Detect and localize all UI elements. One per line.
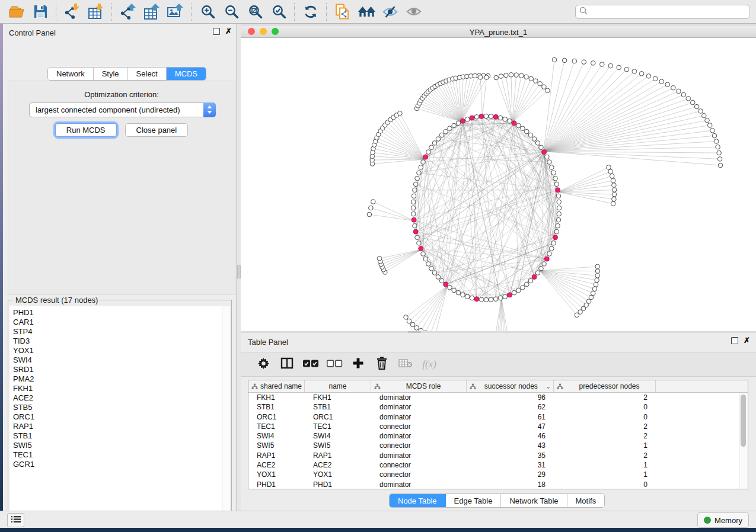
cell-MCDS-role[interactable]: connector xyxy=(371,470,467,479)
table-row[interactable]: RAP1RAP1dominator352 xyxy=(248,451,748,460)
table-row[interactable]: STB1STB1dominator620 xyxy=(248,402,748,412)
mcds-result-item[interactable]: SWI5 xyxy=(13,441,222,450)
mcds-result-item[interactable]: STB5 xyxy=(13,403,222,412)
cell-MCDS-role[interactable]: dominator xyxy=(371,451,467,460)
open-button[interactable] xyxy=(5,2,28,22)
clone-network-button[interactable] xyxy=(331,2,355,22)
column-header-predecessor-nodes[interactable]: predecessor nodes xyxy=(554,380,656,392)
save-button[interactable] xyxy=(28,2,52,22)
mcds-result-item[interactable]: TID3 xyxy=(13,336,222,346)
float-table-panel-icon[interactable] xyxy=(731,337,738,344)
cell-name[interactable]: SWI5 xyxy=(305,441,371,450)
run-mcds-button[interactable]: Run MCDS xyxy=(55,123,117,137)
gear-button[interactable] xyxy=(251,355,275,374)
zoom-selected-button[interactable] xyxy=(267,2,291,22)
mcds-result-item[interactable]: FKH1 xyxy=(13,384,222,393)
show-all-button[interactable] xyxy=(402,2,426,22)
tab-select[interactable]: Select xyxy=(128,68,167,80)
cell-name[interactable]: ACE2 xyxy=(305,460,371,470)
columns-button[interactable] xyxy=(275,355,299,374)
mcds-result-item[interactable]: STB1 xyxy=(13,431,222,441)
network-canvas[interactable] xyxy=(241,38,756,331)
import-network-button[interactable] xyxy=(60,2,84,22)
cell-successor-nodes[interactable]: 47 xyxy=(467,422,554,431)
mcds-result-item[interactable]: STP4 xyxy=(13,327,222,336)
import-table-button[interactable] xyxy=(84,2,108,22)
mcds-result-item[interactable]: CAR1 xyxy=(13,318,222,327)
table-row[interactable]: PHD1PHD1dominator180 xyxy=(248,480,748,489)
table-row[interactable]: SWI4SWI4dominator462 xyxy=(248,431,748,441)
cell-name[interactable]: SWI4 xyxy=(305,431,371,441)
cell-MCDS-role[interactable]: dominator xyxy=(371,412,467,422)
cell-predecessor-nodes[interactable]: 1 xyxy=(554,441,656,450)
mcds-result-item[interactable]: SWI4 xyxy=(13,355,222,365)
table-row[interactable]: TEC1TEC1connector472 xyxy=(248,422,748,431)
cell-successor-nodes[interactable]: 31 xyxy=(467,460,554,470)
table-scrollbar-thumb[interactable] xyxy=(741,395,746,447)
mcds-list-scrollbar[interactable] xyxy=(222,306,230,520)
mcds-result-item[interactable]: YOX1 xyxy=(13,346,222,355)
cell-MCDS-role[interactable]: dominator xyxy=(371,402,467,412)
cell-name[interactable]: STB1 xyxy=(305,402,371,412)
export-image-button[interactable] xyxy=(164,2,187,22)
mcds-result-item[interactable]: ACE2 xyxy=(13,393,222,403)
cell-predecessor-nodes[interactable]: 2 xyxy=(554,431,656,441)
column-header-successor-nodes[interactable]: successor nodes⌄ xyxy=(467,380,554,392)
cell-successor-nodes[interactable]: 18 xyxy=(467,480,554,489)
close-table-panel-icon[interactable]: ✗ xyxy=(744,338,750,344)
tab-node-table[interactable]: Node Table xyxy=(390,494,446,507)
tab-style[interactable]: Style xyxy=(94,68,128,80)
cell-successor-nodes[interactable]: 43 xyxy=(467,441,554,450)
cell-name[interactable]: YOX1 xyxy=(305,470,371,479)
memory-button[interactable]: Memory xyxy=(697,512,749,528)
refresh-button[interactable] xyxy=(299,2,323,22)
column-header-name[interactable]: name xyxy=(305,380,371,392)
table-row[interactable]: ACE2ACE2connector311 xyxy=(248,460,748,470)
cell-successor-nodes[interactable]: 61 xyxy=(467,412,554,422)
table-scrollbar[interactable] xyxy=(739,393,748,489)
cell-predecessor-nodes[interactable]: 0 xyxy=(554,480,656,489)
cell-name[interactable]: RAP1 xyxy=(305,451,371,460)
cell-MCDS-role[interactable]: connector xyxy=(371,422,467,431)
cell-predecessor-nodes[interactable]: 0 xyxy=(554,402,656,412)
export-table-button[interactable] xyxy=(140,2,164,22)
tab-network[interactable]: Network xyxy=(48,68,94,80)
table-row[interactable]: ORC1ORC1dominator610 xyxy=(248,412,748,422)
criterion-select[interactable]: largest connected component (undirected) xyxy=(29,102,216,117)
mcds-result-item[interactable]: TEC1 xyxy=(13,450,222,460)
cell-shared-name[interactable]: ACE2 xyxy=(248,460,305,470)
mcds-result-item[interactable]: SRD1 xyxy=(13,365,222,374)
mcds-result-item[interactable]: ORC1 xyxy=(13,412,222,422)
cell-name[interactable]: ORC1 xyxy=(305,412,371,422)
mcds-result-item[interactable]: RAP1 xyxy=(13,422,222,431)
mcds-result-item[interactable]: PHD1 xyxy=(13,308,222,318)
cell-predecessor-nodes[interactable]: 1 xyxy=(554,470,656,479)
cell-name[interactable]: FKH1 xyxy=(305,393,371,402)
search-field[interactable] xyxy=(575,5,750,19)
tab-motifs[interactable]: Motifs xyxy=(567,494,605,507)
cell-successor-nodes[interactable]: 46 xyxy=(467,431,554,441)
tab-network-table[interactable]: Network Table xyxy=(501,494,567,507)
zoom-fit-button[interactable] xyxy=(243,2,267,22)
mcds-result-item[interactable]: PMA2 xyxy=(13,374,222,384)
cell-shared-name[interactable]: FKH1 xyxy=(248,393,305,402)
deselect-all-button[interactable] xyxy=(323,355,346,374)
cell-predecessor-nodes[interactable]: 2 xyxy=(554,422,656,431)
cell-MCDS-role[interactable]: dominator xyxy=(371,393,467,402)
table-row[interactable]: YOX1YOX1connector291 xyxy=(248,470,748,479)
cell-successor-nodes[interactable]: 35 xyxy=(467,451,554,460)
close-panel-icon[interactable]: ✗ xyxy=(225,28,232,34)
export-network-button[interactable] xyxy=(116,2,140,22)
column-header-MCDS-role[interactable]: MCDS role xyxy=(371,380,467,392)
cell-shared-name[interactable]: YOX1 xyxy=(248,470,305,479)
float-panel-icon[interactable] xyxy=(213,28,220,35)
cell-MCDS-role[interactable]: connector xyxy=(371,460,467,470)
cell-shared-name[interactable]: STB1 xyxy=(248,402,305,412)
cell-predecessor-nodes[interactable]: 2 xyxy=(554,393,656,402)
table-row[interactable]: SWI5SWI5connector431 xyxy=(248,441,748,450)
hide-selected-button[interactable] xyxy=(378,2,402,22)
cell-predecessor-nodes[interactable]: 2 xyxy=(554,451,656,460)
cell-shared-name[interactable]: ORC1 xyxy=(248,412,305,422)
select-all-button[interactable] xyxy=(299,355,323,374)
cell-successor-nodes[interactable]: 29 xyxy=(467,470,554,479)
